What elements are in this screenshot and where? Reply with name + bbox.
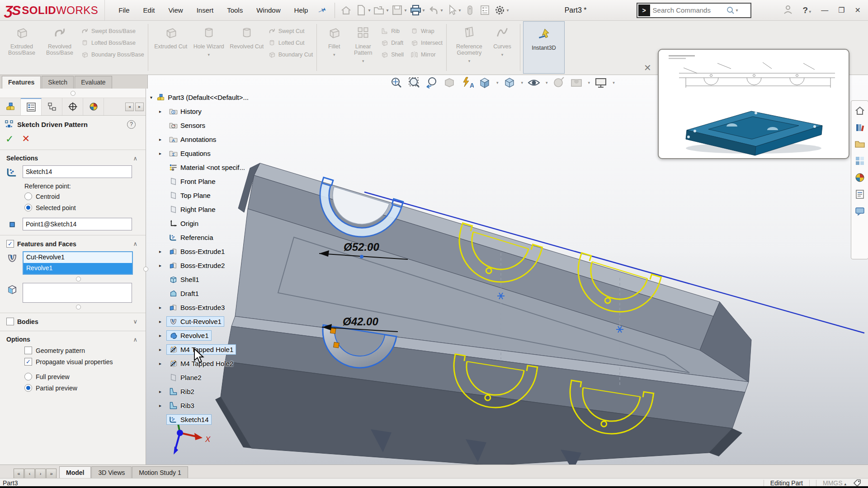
ribbon-button-boundary-boss-base[interactable]: Boundary Boss/Base [80, 50, 144, 59]
ok-button[interactable]: ✓ [5, 133, 14, 145]
radio-centroid[interactable]: Centroid [0, 191, 146, 202]
ribbon-button-lofted-cut[interactable]: Lofted Cut [268, 38, 313, 47]
feature-tree-item[interactable]: ▸ Revolve1 [147, 328, 251, 343]
drawing-preview-window[interactable] [658, 49, 849, 159]
ribbon-button-wrap[interactable]: Wrap [410, 27, 443, 35]
view-tab[interactable]: Motion Study 1 [132, 466, 188, 479]
close-preview-icon[interactable]: ✕ [644, 62, 651, 73]
zoom-to-fit-icon[interactable] [390, 76, 403, 89]
feature-tree-item[interactable]: ▸ Rib3 [147, 399, 251, 413]
open-file-button[interactable]: ▾ [373, 4, 388, 16]
menu-item[interactable]: Tools [222, 4, 248, 16]
edit-appearance-icon[interactable] [552, 76, 566, 89]
annotation-visibility-icon[interactable]: A [460, 76, 474, 89]
ribbon-button-extruded-cut[interactable]: Extruded Cut [152, 23, 190, 50]
feature-tree-item[interactable]: Sketch14 [147, 413, 251, 427]
view-palette-icon[interactable] [854, 155, 865, 166]
forum-icon[interactable] [854, 206, 865, 216]
menu-item[interactable]: View [163, 4, 188, 16]
propagate-visual-checkbox[interactable]: ✓ [24, 358, 32, 366]
close-button[interactable]: ✕ [855, 6, 861, 14]
feature-tree-item[interactable]: ▸ Cut-Revolve1 [147, 314, 251, 328]
search-commands-box[interactable]: > ▾ [637, 3, 751, 18]
command-tab[interactable]: Features [2, 76, 41, 89]
ribbon-button-swept-cut[interactable]: Swept Cut [268, 27, 313, 35]
ribbon-button-lofted-boss-base[interactable]: Lofted Boss/Base [80, 38, 144, 47]
view-tab[interactable]: 3D Views [91, 466, 132, 479]
feature-tree-item[interactable]: Front Plane [147, 174, 251, 188]
pin-menu-icon[interactable]: 📌︎ [316, 4, 328, 16]
tree-expand-arrow[interactable]: ▸ [159, 151, 166, 156]
feature-tree-item[interactable]: Sensors [147, 118, 251, 132]
restore-button[interactable]: ❐ [838, 6, 844, 14]
ribbon-button-draft[interactable]: Draft [380, 38, 404, 47]
tree-expand-arrow[interactable]: ▸ [159, 403, 166, 408]
menu-item[interactable]: Edit [138, 4, 160, 16]
scroll-first-button[interactable]: « [14, 469, 24, 479]
solidworks-resources-icon[interactable] [854, 105, 865, 116]
bodies-checkbox[interactable] [6, 318, 14, 325]
help-button[interactable]: ?▾ [803, 5, 811, 15]
tree-expand-arrow[interactable]: ▸ [159, 109, 166, 114]
flyout-arrow-icon[interactable]: ▾ [190, 52, 228, 57]
file-explorer-icon[interactable] [854, 139, 865, 150]
design-library-icon[interactable] [854, 122, 865, 133]
minimize-button[interactable]: — [821, 6, 828, 14]
menu-item[interactable]: File [113, 4, 135, 16]
feature-tree-item[interactable]: Right Plane [147, 202, 251, 216]
feature-tree-item[interactable]: ▸ Boss-Extrude3 [147, 300, 251, 314]
partial-preview-radio[interactable] [24, 384, 32, 392]
ribbon-button-rib[interactable]: Rib [380, 27, 404, 35]
search-input[interactable] [652, 6, 726, 14]
ribbon-button-fillet[interactable]: Fillet ▾ [321, 23, 348, 57]
option-partial-preview[interactable]: Partial preview [0, 382, 146, 394]
custom-properties-icon[interactable] [854, 189, 865, 200]
tree-expand-arrow[interactable]: ▸ [159, 333, 166, 338]
options-gear-button[interactable]: ▾ [494, 4, 509, 16]
menu-item[interactable]: Help [289, 4, 314, 16]
option-full-preview[interactable]: Full preview [0, 371, 146, 382]
section-features-faces[interactable]: ✓ Features and Faces ∧ [0, 235, 146, 249]
dropdown-arrow-icon[interactable]: ▾ [613, 80, 615, 85]
listbox-item[interactable]: Revolve1 [24, 263, 132, 274]
undo-button[interactable]: ▾ [428, 4, 443, 16]
flyout-arrow-icon[interactable]: ▾ [450, 59, 488, 63]
pattern-sketch-input[interactable] [23, 165, 132, 178]
feature-tree-item[interactable]: ▸ Annotations [147, 132, 251, 146]
panel-scroll-right-button[interactable]: ▸ [135, 103, 144, 111]
feature-tree-item[interactable]: ▸ Boss-Extrude2 [147, 258, 251, 272]
help-icon[interactable]: ? [127, 120, 136, 129]
features-faces-checkbox[interactable]: ✓ [6, 240, 14, 248]
feature-tree-item[interactable]: Material <not specif... [147, 160, 251, 174]
view-tab[interactable]: Model [59, 466, 91, 479]
section-options[interactable]: Options ∧ [0, 331, 146, 345]
feature-tree-item[interactable]: Referencia [147, 230, 251, 244]
dropdown-arrow-icon[interactable]: ▾ [521, 80, 524, 85]
feature-tree-item[interactable]: ▾ Part3 (Default<<Default>... [147, 90, 251, 104]
dropdown-arrow-icon[interactable]: ▾ [546, 80, 548, 85]
faces-listbox[interactable] [23, 283, 132, 303]
ribbon-button-linear-pattern[interactable]: Linear Pattern ▾ [348, 23, 378, 63]
search-dropdown-icon[interactable]: ▾ [736, 8, 738, 13]
ribbon-button-mirror[interactable]: Mirror [410, 50, 443, 59]
listbox-resize-handle[interactable] [76, 277, 81, 282]
feature-tree-item[interactable]: ▸ M4 Tapped Hole1 [147, 343, 251, 357]
feature-tree-item[interactable]: Shell1 [147, 272, 251, 286]
flyout-arrow-icon[interactable]: ▾ [321, 52, 348, 57]
expand-chevron-icon[interactable]: ∨ [133, 318, 137, 325]
feature-tree-item[interactable]: ▸ Rib2 [147, 385, 251, 399]
tab-feature-manager[interactable] [0, 98, 21, 115]
view-orientation-icon[interactable] [478, 76, 491, 89]
feature-tree-item[interactable]: Top Plane [147, 188, 251, 202]
tree-expand-arrow[interactable]: ▸ [159, 361, 166, 366]
section-bodies[interactable]: Bodies ∨ [0, 313, 146, 327]
view-settings-icon[interactable] [594, 76, 608, 89]
status-units[interactable]: MMGS ▴ [823, 479, 846, 487]
ribbon-button-extruded-boss-base[interactable]: Extruded Boss/Base [3, 23, 41, 56]
listbox-resize-handle[interactable] [76, 305, 81, 310]
ribbon-button-instant3d[interactable]: Instant3D [523, 21, 565, 74]
zoom-to-area-icon[interactable] [407, 76, 421, 89]
command-tab[interactable]: Sketch [42, 76, 74, 89]
ribbon-button-revolved-cut[interactable]: Revolved Cut [228, 23, 266, 50]
properties-button[interactable] [479, 4, 491, 16]
